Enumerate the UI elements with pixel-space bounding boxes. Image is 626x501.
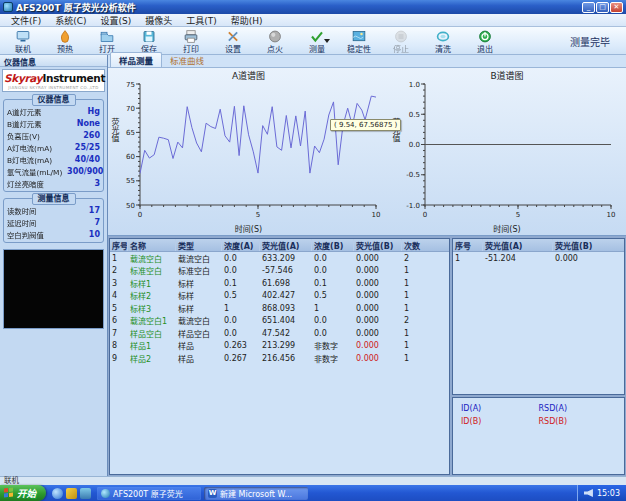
instrument-info-legend: 仪器信息: [32, 94, 76, 106]
table-cell: 标样: [176, 290, 222, 301]
table-cell: 1: [402, 304, 430, 313]
table-cell: 标准空白: [128, 265, 176, 276]
title-bar: AFS200T 原子荧光分析软件 _ □ ✕: [0, 0, 626, 14]
table-cell: 非数字: [312, 353, 354, 364]
toolbar-button-exit[interactable]: 退出: [464, 28, 506, 54]
desktop-icon[interactable]: [80, 488, 91, 499]
close-button[interactable]: ✕: [610, 2, 623, 13]
info-row: 氩气流量(mL/M)300/900: [7, 165, 100, 177]
info-value: 300/900: [67, 167, 103, 176]
toolbar-button-wash[interactable]: 清洗: [422, 28, 464, 54]
table-cell: 0.000: [354, 329, 402, 338]
table-cell: 载流空白: [176, 315, 222, 326]
table-row[interactable]: 8样品1样品0.263213.299非数字0.0001: [110, 340, 449, 353]
table-row[interactable]: 9样品2样品0.267216.456非数字0.0001: [110, 352, 449, 365]
menu-item-0[interactable]: 文件(F): [4, 14, 48, 27]
column-header: 荧光值(A): [260, 239, 312, 251]
info-label: 负高压(V): [7, 130, 40, 140]
measure-info-rows: 读数时间17延迟时间7空白判阀值10: [7, 204, 100, 240]
tab-bar: 样品测量标准曲线: [108, 55, 626, 68]
info-label: 灯丝亮暗度: [7, 178, 44, 188]
table-cell: 0.000: [354, 266, 402, 275]
menu-item-4[interactable]: 工具(T): [179, 14, 224, 27]
table-row[interactable]: 1-51.2040.000: [453, 252, 624, 265]
menu-item-1[interactable]: 系统(C): [48, 14, 93, 27]
info-label: B道灯元素: [7, 118, 42, 128]
table-cell: 0.000: [354, 316, 402, 325]
column-header: 序号: [110, 239, 128, 251]
id-b-label: ID(B): [461, 417, 539, 426]
toolbar-button-save[interactable]: 保存: [128, 28, 170, 54]
toolbar-button-measure[interactable]: 测量: [296, 28, 338, 54]
info-label: 读数时间: [7, 205, 36, 215]
stop-icon: [392, 29, 410, 45]
dropdown-arrow-icon[interactable]: [324, 39, 330, 43]
rsd-a-label: RSD(A): [539, 404, 617, 413]
window-title: AFS200T 原子荧光分析软件: [16, 1, 136, 14]
table-cell: 标准空白: [176, 265, 222, 276]
svg-text:60: 60: [126, 153, 135, 161]
svg-text:0: 0: [423, 211, 427, 219]
taskbar: 开始 AFS200T 原子荧光W新建 Microsoft W... 15:03: [0, 485, 626, 501]
start-button[interactable]: 开始: [0, 485, 46, 501]
table-row[interactable]: 1载流空白载流空白0.0633.2090.00.0002: [110, 252, 449, 265]
column-header: 荧光值(A): [483, 239, 553, 251]
toolbar-button-stop[interactable]: 停止: [380, 28, 422, 54]
shield-icon[interactable]: [66, 488, 77, 499]
table-cell: 标样: [176, 303, 222, 314]
instrument-sidebar: 仪器信息 SkyrayInstrument JIANGSU SKYRAY INS…: [0, 55, 108, 476]
minimize-button[interactable]: _: [582, 2, 595, 13]
table-row[interactable]: 4标样2标样0.5402.4270.50.0001: [110, 290, 449, 303]
svg-text:55: 55: [126, 177, 135, 185]
toolbar-button-settings[interactable]: 设置: [212, 28, 254, 54]
windows-logo-icon: [4, 487, 14, 498]
table-cell: 2: [402, 254, 430, 263]
toolbar-button-heat[interactable]: 预热: [44, 28, 86, 54]
task-buttons: AFS200T 原子荧光W新建 Microsoft W...: [97, 487, 311, 500]
menu-item-2[interactable]: 设置(S): [94, 14, 139, 27]
info-value: 260: [83, 131, 100, 140]
table-cell: 6: [110, 316, 128, 325]
table-cell: 9: [110, 354, 128, 363]
info-value: 10: [89, 230, 100, 239]
table-cell: 5: [110, 304, 128, 313]
toolbar-button-open[interactable]: 打开: [86, 28, 128, 54]
toolbar-button-ignite[interactable]: 点火: [254, 28, 296, 54]
table-cell: 0.0: [312, 316, 354, 325]
data-point-tooltip: ( 9.54, 67.56875 ): [330, 119, 401, 131]
instrument-info-rows: A道灯元素HgB道灯元素None负高压(V)260A灯电流(mA)25/25B灯…: [7, 105, 100, 189]
stability-icon: [350, 29, 368, 45]
menu-bar: 文件(F)系统(C)设置(S)摄像头工具(T)帮助(H): [0, 14, 626, 27]
toolbar-button-label: 退出: [477, 45, 493, 54]
ie-icon[interactable]: [52, 488, 63, 499]
tab-standard-curve[interactable]: 标准曲线: [162, 53, 212, 67]
sample-table-body: 1载流空白载流空白0.0633.2090.00.00022标准空白标准空白0.0…: [110, 252, 449, 365]
table-row[interactable]: 3标样1标样0.161.6980.10.0001: [110, 277, 449, 290]
sample-table: 序号名称类型浓度(A)荧光值(A)浓度(B)荧光值(B)次数 1载流空白载流空白…: [109, 238, 450, 475]
toolbar-button-stability[interactable]: 稳定性: [338, 28, 380, 54]
menu-item-5[interactable]: 帮助(H): [224, 14, 270, 27]
table-row[interactable]: 6载流空白1载流空白0.0651.4040.00.0002: [110, 315, 449, 328]
toolbar-button-link[interactable]: 联机: [2, 28, 44, 54]
info-row: 空白判阀值10: [7, 228, 100, 240]
toolbar-button-print[interactable]: 打印: [170, 28, 212, 54]
tab-sample-measure[interactable]: 样品测量: [110, 52, 162, 67]
measure-info-group: 测量信息 读数时间17延迟时间7空白判阀值10: [3, 198, 104, 243]
table-row[interactable]: 7样品空白样品空白0.047.5420.00.0001: [110, 327, 449, 340]
table-row[interactable]: 5标样3标样1868.09310.0001: [110, 302, 449, 315]
table-cell: 0.0: [222, 254, 260, 263]
maximize-button[interactable]: □: [596, 2, 609, 13]
svg-text:-0.5: -0.5: [406, 171, 420, 179]
volume-icon[interactable]: [584, 489, 593, 497]
table-row[interactable]: 2标准空白标准空白0.0-57.5460.00.0001: [110, 265, 449, 278]
toolbar-button-label: 设置: [225, 45, 241, 54]
task-button-2[interactable]: W新建 Microsoft W...: [204, 487, 308, 500]
open-icon: [98, 29, 116, 45]
chart-a: A道谱图 荧光值 5055606570750510 时间(S): [108, 68, 389, 236]
results-area: 序号名称类型浓度(A)荧光值(A)浓度(B)荧光值(B)次数 1载流空白载流空白…: [108, 236, 626, 476]
menu-item-3[interactable]: 摄像头: [138, 14, 179, 27]
reading-table-body: 1-51.2040.000: [453, 252, 624, 265]
svg-text:5: 5: [516, 211, 520, 219]
brand-logo: SkyrayInstrument JIANGSU SKYRAY INSTRUME…: [2, 69, 105, 92]
task-button-1[interactable]: AFS200T 原子荧光: [97, 487, 201, 500]
